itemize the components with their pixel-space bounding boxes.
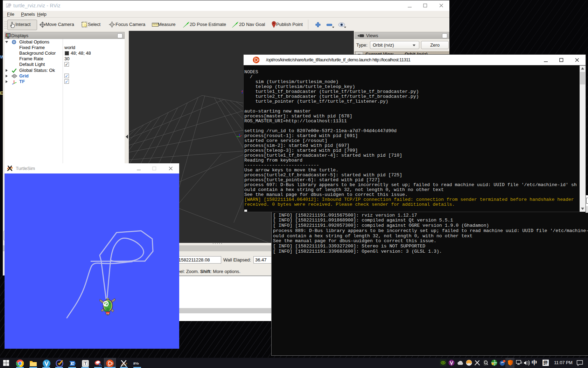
svg-text:T: T: [84, 362, 86, 366]
svg-text:RViz: RViz: [133, 362, 139, 365]
